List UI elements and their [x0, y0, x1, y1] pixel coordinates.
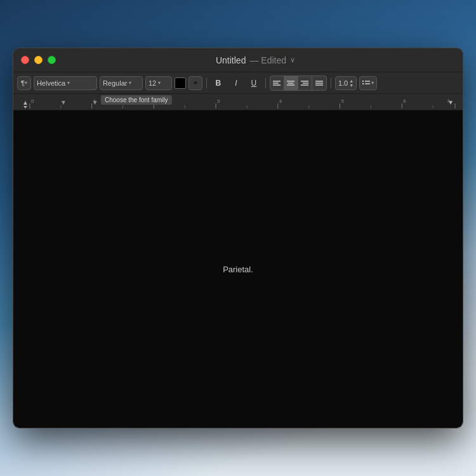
line-spacing-value: 1.0: [338, 79, 348, 87]
line-spacing-arrows: ▲▼: [349, 79, 354, 88]
font-family-value: Helvetica: [37, 79, 65, 87]
eyedropper-button[interactable]: ⌖: [188, 76, 202, 90]
line-spacing-button[interactable]: 1.0 ▲▼: [335, 76, 357, 90]
svg-text:5: 5: [341, 98, 345, 103]
ruler-inner: 0 1 2 3 4 5 6 7: [18, 94, 458, 110]
title-chevron-icon[interactable]: ∨: [290, 56, 295, 64]
svg-text:1: 1: [93, 98, 96, 103]
app-window: Untitled — Edited ∨ ¶ ▾ Helvetica ▾ Regu…: [13, 48, 463, 428]
font-size-value: 12: [149, 79, 156, 87]
font-family-arrow: ▾: [67, 80, 70, 86]
font-style-select[interactable]: Regular ▾: [100, 76, 143, 90]
align-group: [270, 76, 327, 91]
eyedropper-icon: ⌖: [194, 79, 197, 87]
document-title: Untitled: [216, 55, 246, 65]
svg-text:6: 6: [403, 98, 406, 103]
close-button[interactable]: [21, 56, 29, 64]
bold-button[interactable]: B: [211, 76, 226, 90]
document-status: — Edited: [249, 55, 286, 65]
toolbar-separator-2: [265, 78, 266, 88]
text-area[interactable]: Parietal.: [13, 110, 463, 428]
font-family-select[interactable]: Helvetica ▾: [34, 76, 97, 90]
align-center-button[interactable]: [284, 76, 298, 90]
minimize-button[interactable]: [34, 56, 43, 64]
list-dropdown-arrow: ▾: [371, 80, 374, 86]
italic-button[interactable]: I: [228, 76, 244, 90]
title-area: Untitled — Edited ∨: [56, 55, 455, 65]
paragraph-dropdown-arrow: ▾: [25, 80, 27, 86]
font-style-arrow: ▾: [129, 80, 131, 86]
font-style-value: Regular: [103, 79, 128, 87]
text-color-swatch[interactable]: [175, 77, 186, 89]
font-size-select[interactable]: 12 ▾: [145, 76, 172, 90]
titlebar: Untitled — Edited ∨: [13, 48, 463, 72]
svg-text:0: 0: [31, 98, 34, 103]
svg-rect-14: [362, 83, 364, 84]
svg-rect-12: [362, 81, 364, 82]
font-size-arrow: ▾: [158, 80, 161, 86]
traffic-lights: [21, 56, 56, 64]
format-toolbar: ¶ ▾ Helvetica ▾ Regular ▾ 12 ▾ ⌖ B I U: [13, 72, 463, 94]
align-justify-button[interactable]: [312, 76, 326, 90]
align-right-button[interactable]: [298, 76, 312, 90]
ruler-tooltip: Choose the font family: [101, 95, 172, 105]
align-left-button[interactable]: [270, 76, 284, 90]
svg-text:3: 3: [217, 98, 220, 103]
ruler: 0 1 2 3 4 5 6 7: [13, 94, 463, 110]
toolbar-separator-1: [206, 78, 207, 88]
toolbar-separator-3: [331, 78, 331, 88]
paragraph-style-button[interactable]: ¶ ▾: [17, 76, 31, 90]
document-content: Parietal.: [223, 265, 253, 274]
ruler-svg: 0 1 2 3 4 5 6 7: [18, 96, 458, 109]
maximize-button[interactable]: [48, 56, 56, 64]
svg-marker-18: [62, 101, 65, 105]
underline-button[interactable]: U: [246, 76, 261, 90]
svg-text:4: 4: [279, 98, 282, 103]
list-button[interactable]: ▾: [359, 76, 377, 90]
svg-marker-16: [23, 101, 27, 105]
svg-marker-17: [23, 106, 27, 109]
